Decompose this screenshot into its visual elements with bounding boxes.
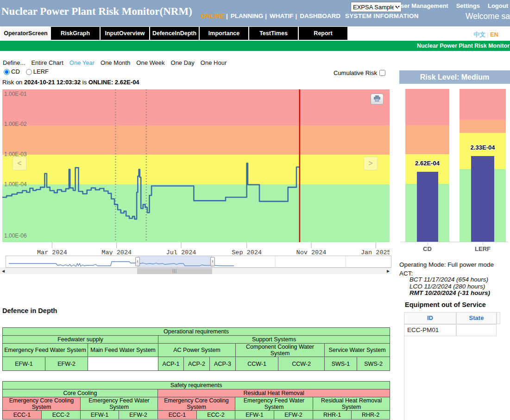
- metric-label-lerf: LERF: [33, 68, 49, 75]
- menu-separator: |: [224, 13, 230, 19]
- did-train-cell: EFW-1: [235, 411, 274, 420]
- x-tick-label: Jul 2024: [166, 249, 196, 255]
- system-information-link[interactable]: SYSTEM INFORMATION: [345, 13, 419, 19]
- printer-icon: [373, 95, 381, 102]
- header-link-user-management[interactable]: User Management: [397, 2, 448, 9]
- did-train-cell: SWS-1: [325, 357, 357, 371]
- did-train-row: EFW-1EFW-2ACP-1ACP-2ACP-3CCW-1CCW-2SWS-1…: [3, 357, 390, 371]
- did-title-cell: Safety requirements: [3, 382, 390, 389]
- scroll-thumb[interactable]: |||: [137, 268, 212, 274]
- act-items: BCT 11/17/2024 (654 hours)LCO 11/2/2024 …: [409, 276, 490, 297]
- lerf-value-bar: [471, 156, 494, 242]
- range-link-define[interactable]: Define...: [3, 59, 25, 66]
- print-button[interactable]: [371, 94, 384, 105]
- did-train-cell: RHR-2: [352, 411, 390, 420]
- menu-item-planning[interactable]: PLANNING: [230, 13, 264, 19]
- y-tick-label: 1.00E-02: [4, 121, 27, 127]
- act-item: LCO 11/2/2024 (280 hours): [409, 283, 490, 290]
- tab-report[interactable]: Report: [298, 26, 348, 40]
- tab-importance[interactable]: Importance: [199, 26, 249, 40]
- did-system-cell: Service Water System: [325, 344, 390, 357]
- menu-item-online[interactable]: ONLINE: [201, 13, 224, 19]
- did-system-cell: Emergency Feed Water System: [81, 397, 158, 411]
- risk-band-2: [2, 155, 390, 184]
- horizontal-scrollbar[interactable]: ◀ ||| ▶: [0, 268, 391, 274]
- safety-requirements-table: Safety requirementsCore CoolingResidual …: [2, 381, 390, 420]
- range-link-oneyear[interactable]: One Year: [69, 59, 94, 66]
- scroll-right-arrow-icon[interactable]: ▶: [385, 268, 391, 275]
- equipment-state-cell: [456, 324, 497, 336]
- metric-radio-cd[interactable]: [4, 69, 10, 75]
- status-timestamp: 2024-10-21 12:03:32: [24, 79, 81, 86]
- did-title-cell: Operational requirements: [3, 328, 390, 336]
- status-middle: is: [82, 79, 87, 86]
- did-train-cell: ECC-1: [3, 411, 42, 420]
- main-menu: ONLINE|PLANNING|WHATIF|DASHBOARD: [201, 13, 340, 19]
- equipment-header-row: IDState: [404, 312, 500, 324]
- equipment-row[interactable]: ECC-PM01: [404, 324, 500, 336]
- cumulative-risk-checkbox[interactable]: [379, 70, 385, 76]
- did-system-row: Emergency Core Cooling SystemEmergency F…: [3, 397, 390, 411]
- did-train-cell: SWS-2: [357, 357, 390, 371]
- cd-value-bar: [417, 172, 438, 242]
- did-train-cell: EFW-2: [119, 411, 158, 420]
- did-train-cell: ECC-1: [158, 411, 197, 420]
- header-links: User ManagementSettingsLogout: [389, 2, 508, 9]
- threshold-band: [460, 120, 506, 133]
- did-system-cell: Residual Heat Removal System: [313, 397, 390, 411]
- menu-item-whatif[interactable]: WHATIF: [269, 13, 293, 19]
- range-handle-right[interactable]: ‖: [210, 257, 215, 266]
- y-tick-label: 1.00E-04: [4, 181, 27, 188]
- bar-axis-tick: [483, 242, 483, 245]
- did-system-cell: Main Feed Water System: [88, 344, 158, 357]
- status-prefix: Risk on: [2, 79, 22, 86]
- did-group-row: Core CoolingResidual Heat Removal: [3, 389, 390, 397]
- range-selection[interactable]: [138, 256, 213, 267]
- range-overview: ‖ ‖: [6, 256, 391, 268]
- range-link-oneday[interactable]: One Day: [171, 59, 195, 66]
- metric-radio-lerf[interactable]: [26, 69, 32, 75]
- did-system-cell: Emergency Core Cooling System: [158, 397, 235, 411]
- status-value: ONLINE: 2.62E-04: [88, 79, 139, 86]
- lang-en-link[interactable]: EN: [490, 31, 498, 38]
- header: Nuclear Power Plant Risk Monitor(NRM) ON…: [0, 0, 510, 26]
- lang-divider: |: [485, 31, 490, 38]
- act-item: RMT 10/20/2024 (-31 hours): [409, 290, 490, 297]
- x-tick-label: Jan 2025: [361, 249, 390, 255]
- menu-item-dashboard[interactable]: DASHBOARD: [299, 13, 340, 19]
- tab-testtimes[interactable]: TestTimes: [249, 26, 298, 40]
- welcome-text: Welcome sa: [466, 12, 510, 21]
- range-link-entirechart[interactable]: Entire Chart: [31, 59, 63, 66]
- scroll-left-arrow-icon[interactable]: ◀: [0, 268, 6, 275]
- range-link-onemonth[interactable]: One Month: [101, 59, 130, 66]
- did-group-cell: Support Systems: [158, 336, 390, 344]
- range-handle-left[interactable]: ‖: [135, 257, 140, 266]
- grip-icon: ‖: [212, 260, 214, 263]
- tab-defenceindepth[interactable]: DefenceInDepth: [150, 26, 199, 40]
- lang-zh-link[interactable]: 中文: [473, 31, 485, 38]
- equipment-column-header[interactable]: State: [456, 312, 497, 324]
- pan-left-button[interactable]: <: [13, 157, 26, 170]
- did-system-row: Emergency Feed Water SystemMain Feed Wat…: [3, 344, 390, 357]
- bar-axis-tick: [428, 242, 428, 245]
- operating-mode-text: Operating Mode: Full power mode: [399, 261, 494, 268]
- did-title-row: Operational requirements: [3, 328, 390, 336]
- risk-band-1: [2, 125, 390, 155]
- did-train-cell: ECC-2: [42, 411, 81, 420]
- range-link-onehour[interactable]: One Hour: [201, 59, 227, 66]
- header-link-logout[interactable]: Logout: [488, 2, 508, 9]
- tab-riskgraph[interactable]: RiskGraph: [50, 26, 100, 40]
- risk-chart: Mar 2024May 2024Jul 2024Sep 2024Nov 2024…: [2, 89, 390, 255]
- range-link-oneweek[interactable]: One Week: [136, 59, 164, 66]
- header-link-settings[interactable]: Settings: [456, 2, 480, 9]
- tab-inputoverview[interactable]: InputOverview: [100, 26, 150, 40]
- equipment-column-header[interactable]: ID: [404, 312, 456, 324]
- app-root: Nuclear Power Plant Risk Monitor(NRM) ON…: [0, 0, 510, 420]
- did-train-cell: ECC-2: [197, 411, 235, 420]
- pan-right-button[interactable]: >: [364, 157, 378, 170]
- x-tick-label: May 2024: [101, 249, 132, 255]
- did-train-cell: CCW-1: [236, 357, 278, 371]
- metric-label-cd: CD: [11, 68, 20, 75]
- tab-operatorscreen[interactable]: OperatorScreen: [1, 26, 50, 40]
- risk-chart-plot: Mar 2024May 2024Jul 2024Sep 2024Nov 2024…: [2, 89, 390, 255]
